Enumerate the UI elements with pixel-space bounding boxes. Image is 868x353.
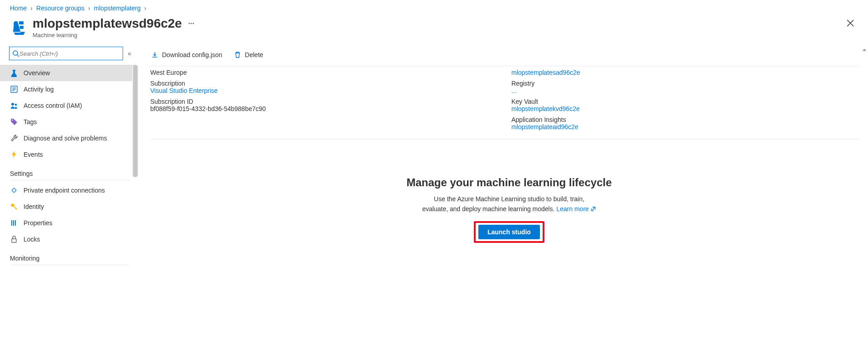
sidebar-item-label: Overview — [24, 69, 50, 77]
search-input[interactable] — [19, 50, 120, 57]
promo-title: Manage your machine learning lifecycle — [150, 176, 868, 189]
svg-point-0 — [13, 51, 18, 55]
svg-rect-13 — [12, 239, 16, 242]
breadcrumb-rg-name[interactable]: mlopstemplaterg — [94, 5, 141, 12]
breadcrumb: Home › Resource groups › mlopstemplaterg… — [0, 0, 868, 15]
sidebar-item-label: Events — [24, 151, 43, 158]
more-icon[interactable]: ··· — [188, 19, 194, 28]
svg-point-8 — [12, 120, 13, 121]
wrench-icon — [10, 134, 18, 142]
properties-icon — [10, 219, 18, 227]
chevron-right-icon: › — [30, 5, 33, 12]
svg-line-1 — [17, 55, 19, 57]
toolbar-label: Delete — [245, 51, 263, 58]
content-scroll-up[interactable] — [862, 47, 867, 52]
endpoint-icon — [10, 186, 18, 194]
lock-icon — [10, 235, 18, 243]
sidebar-item-diagnose[interactable]: Diagnose and solve problems — [0, 130, 137, 146]
search-input-wrap[interactable] — [9, 47, 123, 60]
subscription-id-label: Subscription ID — [150, 98, 507, 105]
key-icon — [10, 203, 18, 211]
sidebar-item-label: Access control (IAM) — [24, 102, 82, 109]
chevron-right-icon: › — [144, 5, 147, 12]
sidebar-item-overview[interactable]: Overview — [0, 65, 137, 81]
launch-studio-button[interactable]: Launch studio — [478, 225, 540, 239]
learn-more-label: Learn more — [557, 205, 589, 213]
resource-header: mlopstemplatewsd96c2e ··· Machine learni… — [0, 15, 868, 47]
sidebar-item-tags[interactable]: Tags — [0, 114, 137, 130]
sidebar-item-label: Activity log — [24, 86, 54, 93]
sidebar-heading-settings: Settings — [10, 170, 129, 180]
sidebar-item-locks[interactable]: Locks — [0, 231, 137, 247]
storage-link[interactable]: mlopstemplatesad96c2e — [511, 69, 580, 76]
sidebar-item-private-endpoint[interactable]: Private endpoint connections — [0, 182, 137, 198]
svg-point-7 — [15, 104, 17, 106]
svg-rect-11 — [13, 220, 14, 226]
promo-desc-line1: Use the Azure Machine Learning studio to… — [434, 195, 584, 203]
ml-workspace-icon — [10, 19, 28, 37]
delete-button[interactable]: Delete — [233, 49, 264, 60]
toolbar-label: Download config.json — [162, 51, 222, 58]
sidebar-item-label: Properties — [24, 219, 52, 227]
resource-type-label: Machine learning — [33, 32, 843, 39]
sidebar-heading-monitoring: Monitoring — [10, 255, 129, 265]
svg-point-6 — [11, 103, 14, 106]
toolbar: Download config.json Delete — [150, 47, 868, 66]
appinsights-label: Application Insights — [511, 116, 868, 123]
main-content: Download config.json Delete West Europe … — [137, 47, 868, 267]
sidebar-item-access-control[interactable]: Access control (IAM) — [0, 97, 137, 114]
collapse-sidebar-button[interactable]: « — [128, 50, 131, 57]
flask-icon — [10, 69, 18, 77]
svg-rect-10 — [11, 220, 12, 226]
breadcrumb-resource-groups[interactable]: Resource groups — [36, 5, 85, 12]
close-button[interactable] — [843, 16, 858, 32]
sidebar-item-label: Identity — [24, 203, 44, 210]
launch-studio-highlight: Launch studio — [474, 221, 544, 243]
sidebar-item-activity-log[interactable]: Activity log — [0, 81, 137, 97]
tag-icon — [10, 118, 18, 126]
sidebar-item-properties[interactable]: Properties — [0, 215, 137, 231]
chevron-double-left-icon: « — [128, 50, 131, 57]
sidebar-item-identity[interactable]: Identity — [0, 198, 137, 215]
trash-icon — [234, 51, 241, 58]
sidebar-item-label: Diagnose and solve problems — [24, 135, 107, 142]
breadcrumb-home[interactable]: Home — [10, 5, 27, 12]
subscription-id-value: bf088f59-f015-4332-bd36-54b988be7c90 — [150, 105, 507, 112]
sidebar-item-events[interactable]: Events — [0, 146, 137, 163]
region-value: West Europe — [150, 69, 507, 76]
keyvault-link[interactable]: mlopstemplatekvd96c2e — [511, 105, 580, 112]
learn-more-link[interactable]: Learn more — [557, 205, 596, 213]
keyvault-label: Key Vault — [511, 98, 868, 105]
launch-studio-promo: Manage your machine learning lifecycle U… — [150, 176, 868, 243]
registry-label: Registry — [511, 80, 868, 87]
subscription-label: Subscription — [150, 80, 507, 87]
download-icon — [151, 51, 158, 58]
lightning-icon — [10, 150, 18, 159]
close-icon — [846, 19, 854, 27]
essentials-panel: West Europe Subscription Visual Studio E… — [150, 66, 868, 139]
sidebar-item-label: Locks — [24, 236, 40, 243]
svg-rect-12 — [15, 220, 16, 226]
sidebar-item-label: Tags — [24, 118, 37, 126]
download-config-button[interactable]: Download config.json — [150, 49, 223, 60]
subscription-link[interactable]: Visual Studio Enterprise — [150, 87, 218, 94]
sidebar: « Overview Activity log Access control (… — [0, 47, 137, 267]
chevron-right-icon: › — [88, 5, 91, 12]
registry-link[interactable]: ... — [511, 87, 517, 94]
people-icon — [10, 102, 18, 110]
promo-desc-line2: evaluate, and deploy machine learning mo… — [422, 205, 555, 213]
appinsights-link[interactable]: mlopstemplateaid96c2e — [511, 123, 578, 131]
sidebar-item-label: Private endpoint connections — [24, 187, 105, 194]
page-title: mlopstemplatewsd96c2e — [33, 16, 182, 31]
log-icon — [10, 85, 18, 93]
search-icon — [12, 50, 19, 57]
external-link-icon — [591, 206, 596, 212]
